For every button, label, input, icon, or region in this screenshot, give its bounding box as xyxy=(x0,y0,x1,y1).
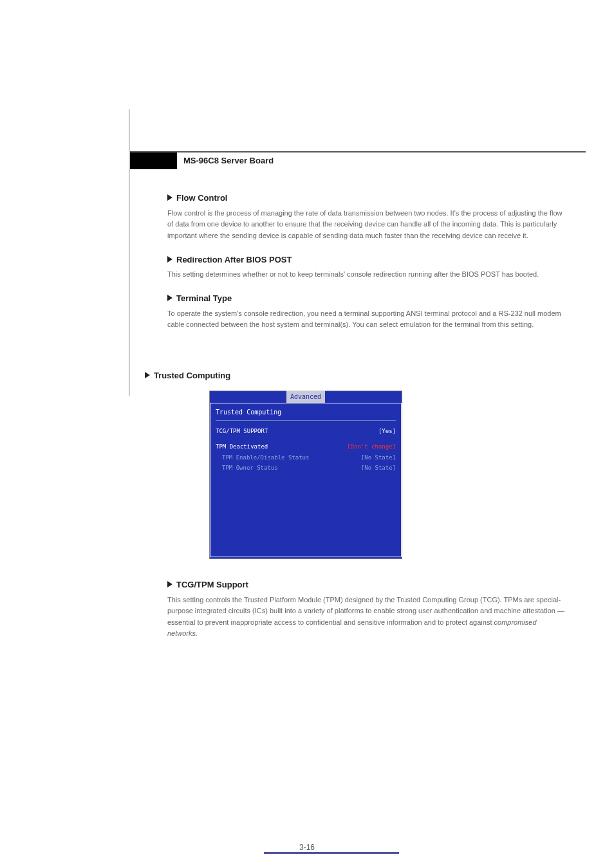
bios-row-enable-status: TPM Enable/Disable Status [No State] xyxy=(216,452,396,463)
page-container: MS-96C8 Server Board Flow Control Flow c… xyxy=(129,109,586,640)
bios-tab-advanced: Advanced xyxy=(286,391,325,403)
footer-line xyxy=(264,852,399,854)
header-bar: MS-96C8 Server Board xyxy=(129,151,586,169)
bios-top-bar: Advanced xyxy=(210,391,402,403)
item-heading-redirection: Redirection After BIOS POST xyxy=(167,254,586,267)
bios-screenshot: Advanced Trusted Computing TCG/TPM SUPPO… xyxy=(209,391,402,559)
arrow-icon xyxy=(167,581,172,587)
item-heading-tcg-tpm: TCG/TPM Support xyxy=(167,578,586,592)
arrow-icon xyxy=(145,372,150,378)
bios-label: TCG/TPM SUPPORT xyxy=(216,427,268,436)
content-outer: Trusted Computing Advanced Trusted Compu… xyxy=(129,331,586,640)
content-inner: Flow Control Flow control is the process… xyxy=(129,169,586,331)
header-black-box xyxy=(129,152,177,169)
page-number: 3-16 xyxy=(299,843,315,852)
heading-text: TCG/TPM Support xyxy=(176,580,248,589)
bios-row-support: TCG/TPM SUPPORT [Yes] xyxy=(216,426,396,436)
item-desc-terminal-type: To operate the system's console redirect… xyxy=(167,308,586,331)
section-heading-trusted-computing: Trusted Computing xyxy=(145,369,586,383)
item-heading-terminal-type: Terminal Type xyxy=(167,292,586,306)
spacer xyxy=(216,436,396,441)
heading-text: Terminal Type xyxy=(176,293,232,303)
bios-body: Trusted Computing TCG/TPM SUPPORT [Yes] … xyxy=(210,403,402,559)
bios-row-deactivated: TPM Deactivated [Don't change] xyxy=(216,441,396,452)
bios-section-title: Trusted Computing xyxy=(216,407,396,421)
bios-inner: Trusted Computing TCG/TPM SUPPORT [Yes] … xyxy=(210,403,402,557)
vertical-divider xyxy=(129,109,130,396)
heading-text: Flow Control xyxy=(176,193,227,203)
item-heading-flow-control: Flow Control xyxy=(167,192,586,205)
bios-label: TPM Owner Status xyxy=(216,463,278,472)
bios-value: [No State] xyxy=(361,463,396,472)
heading-text: Trusted Computing xyxy=(154,371,230,380)
bios-value: [No State] xyxy=(361,453,396,462)
bios-label: TPM Enable/Disable Status xyxy=(216,453,309,462)
arrow-icon xyxy=(167,256,172,263)
bios-label: TPM Deactivated xyxy=(216,442,268,451)
item-desc-flow-control: Flow control is the process of managing … xyxy=(167,208,586,242)
bios-row-owner-status: TPM Owner Status [No State] xyxy=(216,463,396,473)
bios-value: [Don't change] xyxy=(347,442,396,451)
arrow-icon xyxy=(167,295,172,301)
bios-value: [Yes] xyxy=(378,427,396,436)
heading-text: Redirection After BIOS POST xyxy=(176,255,292,264)
page-title: MS-96C8 Server Board xyxy=(177,152,280,169)
item-desc-redirection: This setting determines whether or not t… xyxy=(167,269,586,281)
arrow-icon xyxy=(167,194,172,201)
item-desc-tcg-tpm: This setting controls the Trusted Platfo… xyxy=(167,595,586,640)
